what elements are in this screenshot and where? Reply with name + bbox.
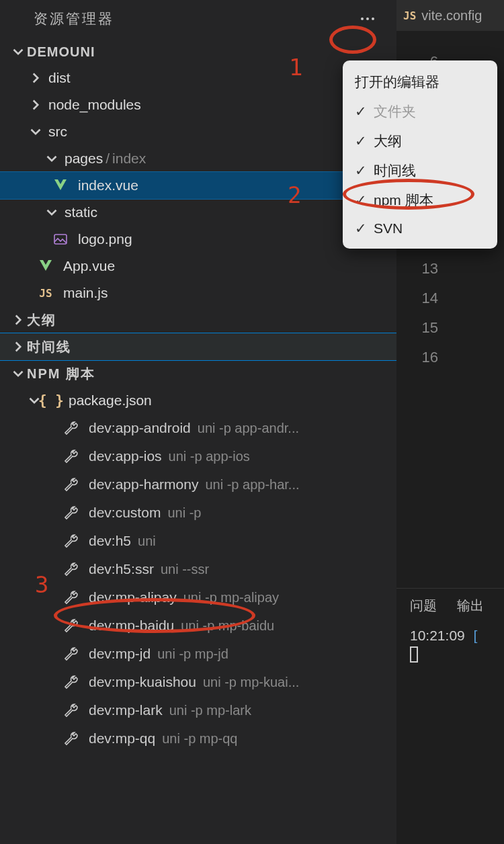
wrench-icon [63,702,79,718]
script-row[interactable]: dev:app-harmonyuni -p app-har... [0,470,396,499]
script-row[interactable]: dev:mp-qquni -p mp-qq [0,724,396,753]
wrench-icon [63,674,79,690]
chevron-down-icon [9,365,27,382]
timeline-panel-header[interactable]: 时间线 [0,333,396,360]
cursor-icon [410,646,418,663]
script-row[interactable]: dev:mp-kuaishouuni -p mp-kuai... [0,668,396,696]
more-actions-button[interactable] [352,8,383,30]
tree-folder-node-modules[interactable]: node_modules [0,91,396,118]
script-row[interactable]: dev:app-iosuni -p app-ios [0,442,396,470]
explorer-header: 资源管理器 [0,0,396,39]
npm-scripts-panel-header[interactable]: NPM 脚本 [0,360,396,387]
wrench-icon [63,420,79,436]
wrench-icon [63,618,79,634]
explorer-title: 资源管理器 [34,9,114,28]
menu-item-outline[interactable]: ✓ 大纲 [343,126,497,156]
terminal-content[interactable]: 10:21:09 [ [396,622,504,668]
chevron-down-icon [9,43,27,60]
explorer-sidebar: 资源管理器 DEMOUNI dist node_modules src page… [0,0,396,844]
menu-header: 打开的编辑器 [343,67,497,97]
package-json-row[interactable]: { } package.json [0,387,396,414]
menu-item-timeline[interactable]: ✓ 时间线 [343,156,497,185]
chevron-down-icon [27,123,44,140]
tab-bar: JS vite.config [396,0,504,31]
chevron-down-icon [43,150,60,167]
check-icon: ✓ [355,163,374,179]
wrench-icon [63,476,79,493]
explorer-context-menu: 打开的编辑器 ✓ 文件夹 ✓ 大纲 ✓ 时间线 ✓ npm 脚本 ✓ SVN [343,60,497,249]
vue-icon [52,177,69,194]
file-tree: dist node_modules src pages/index index.… [0,65,396,306]
svg-rect-0 [54,235,67,244]
tab-vite-config[interactable]: vite.config [421,8,482,24]
image-icon [52,231,69,247]
tab-problems[interactable]: 问题 [410,597,437,615]
chevron-down-icon [43,204,60,221]
bottom-panel: 问题 输出 10:21:09 [ [396,588,504,844]
menu-item-folder[interactable]: ✓ 文件夹 [343,97,497,126]
project-name: DEMOUNI [27,44,95,60]
tree-folder-src[interactable]: src [0,118,396,145]
tab-output[interactable]: 输出 [457,597,484,615]
panel-tabs: 问题 输出 [396,589,504,622]
script-row[interactable]: dev:mp-larkuni -p mp-lark [0,696,396,724]
chevron-right-icon [9,338,27,355]
annotation-number-1: 1 [289,54,302,81]
vue-icon [38,258,54,274]
tree-folder-static[interactable]: static [0,199,396,226]
js-icon: JS [403,9,416,22]
tree-folder-pages-index[interactable]: pages/index [0,145,396,172]
script-row[interactable]: dev:h5uni [0,527,396,555]
check-icon: ✓ [355,220,374,237]
menu-item-npm-scripts[interactable]: ✓ npm 脚本 [343,185,497,215]
tree-file-index-vue[interactable]: index.vue [0,172,396,199]
script-row[interactable]: dev:mp-alipayuni -p mp-alipay [0,583,396,611]
ellipsis-icon [361,17,374,20]
project-header[interactable]: DEMOUNI [0,39,396,65]
chevron-right-icon [9,311,27,329]
wrench-icon [63,646,79,662]
script-row[interactable]: dev:app-androiduni -p app-andr... [0,414,396,442]
script-row[interactable]: dev:h5:ssruni --ssr [0,555,396,583]
wrench-icon [63,533,79,549]
outline-panel-header[interactable]: 大纲 [0,306,396,333]
chevron-right-icon [27,96,44,114]
annotation-number-3: 3 [35,571,48,598]
check-icon: ✓ [355,103,374,120]
tree-file-app-vue[interactable]: App.vue [0,253,396,280]
wrench-icon [63,448,79,464]
check-icon: ✓ [355,192,374,208]
wrench-icon [63,561,79,577]
js-icon: JS [38,285,54,301]
chevron-right-icon [27,69,44,87]
tree-file-logo-png[interactable]: logo.png [0,226,396,253]
script-row[interactable]: dev:mp-baiduuni -p mp-baidu [0,611,396,640]
script-row[interactable]: dev:customuni -p [0,499,396,527]
check-icon: ✓ [355,133,374,149]
wrench-icon [63,505,79,521]
wrench-icon [63,589,79,605]
wrench-icon [63,730,79,747]
tree-file-main-js[interactable]: JS main.js [0,280,396,306]
annotation-number-2: 2 [288,181,301,208]
npm-scripts-list: dev:app-androiduni -p app-andr...dev:app… [0,414,396,753]
tree-folder-dist[interactable]: dist [0,65,396,91]
menu-item-svn[interactable]: ✓ SVN [343,215,497,242]
script-row[interactable]: dev:mp-jduni -p mp-jd [0,640,396,668]
braces-icon: { } [43,392,59,409]
